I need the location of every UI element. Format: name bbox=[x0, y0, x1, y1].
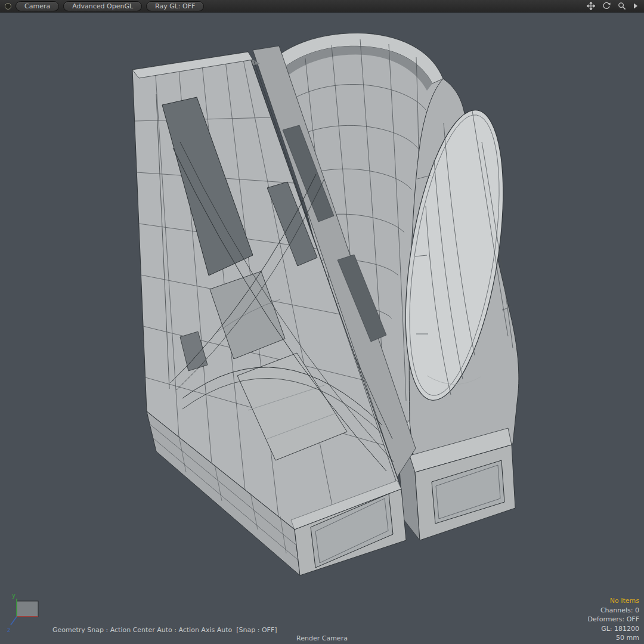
workplane-axis-gizmo: y z bbox=[7, 590, 55, 639]
zoom-tool-icon[interactable] bbox=[618, 2, 626, 10]
z-axis-label: z bbox=[7, 627, 10, 633]
toolbar-nav-tools bbox=[587, 2, 639, 10]
orbit-tool-icon[interactable] bbox=[602, 2, 611, 10]
workplane-square bbox=[17, 601, 38, 617]
y-axis-label: y bbox=[12, 592, 16, 599]
gl-polycount: GL: 181200 bbox=[588, 624, 639, 634]
selection-status: No Items bbox=[588, 596, 639, 606]
channels-count: Channels: 0 bbox=[588, 606, 639, 615]
camera-name-label: Render Camera bbox=[0, 634, 644, 642]
pan-tool-icon[interactable] bbox=[587, 2, 595, 10]
deformers-status: Deformers: OFF bbox=[588, 615, 639, 624]
viewport-3d[interactable] bbox=[0, 0, 644, 644]
viewport-toolbar: Camera Advanced OpenGL Ray GL: OFF bbox=[0, 0, 644, 13]
z-axis-line bbox=[11, 617, 17, 625]
modo-viewport-window: Camera Advanced OpenGL Ray GL: OFF bbox=[0, 0, 644, 644]
raygl-toggle-button[interactable]: Ray GL: OFF bbox=[146, 1, 204, 11]
camera-view-button[interactable]: Camera bbox=[16, 1, 59, 11]
snap-status-text: Geometry Snap : Action Center Auto : Act… bbox=[52, 626, 277, 634]
focal-length: 50 mm bbox=[588, 633, 639, 643]
viewport-options-dot[interactable] bbox=[5, 3, 11, 10]
toolbar-expand-icon[interactable] bbox=[633, 3, 638, 9]
viewport-info-overlay: No Items Channels: 0 Deformers: OFF GL: … bbox=[588, 596, 639, 643]
shading-mode-button[interactable]: Advanced OpenGL bbox=[63, 1, 142, 11]
